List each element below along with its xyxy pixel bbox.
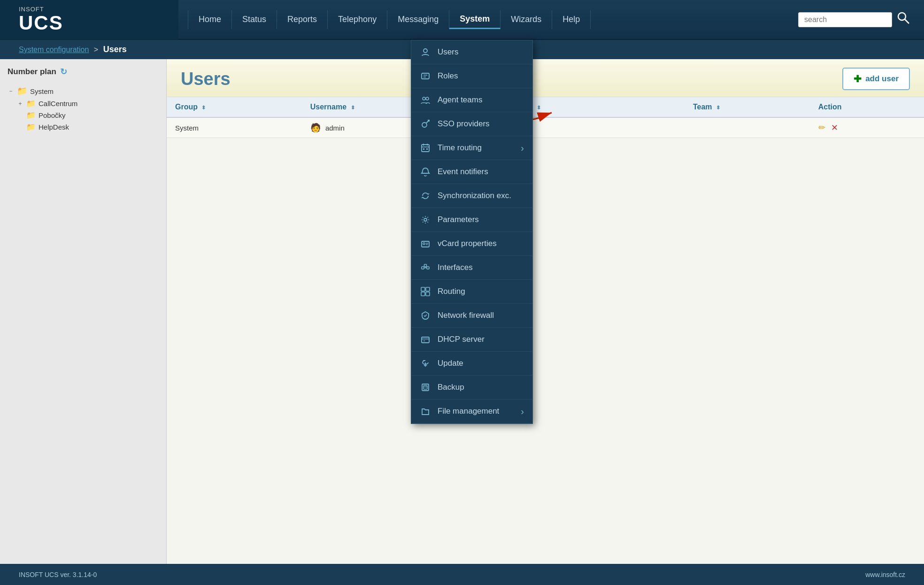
dropdown-users[interactable]: Users bbox=[411, 40, 532, 64]
folder-icon-pobocky: 📁 bbox=[26, 111, 36, 120]
dropdown-agent-teams[interactable]: Agent teams bbox=[411, 88, 532, 112]
number-plan-title: Number plan ↻ bbox=[8, 67, 159, 77]
svg-rect-27 bbox=[421, 292, 425, 296]
event-notifiers-icon bbox=[420, 166, 431, 177]
cell-action: ✏ ✕ bbox=[810, 117, 924, 138]
nav-messaging[interactable]: Messaging bbox=[387, 10, 449, 29]
search-input[interactable] bbox=[798, 12, 892, 27]
cell-group: System bbox=[167, 117, 302, 138]
dropdown-update-label: Update bbox=[438, 359, 524, 368]
tree-item-helpdesk[interactable]: 📁 HelpDesk bbox=[17, 121, 159, 133]
breadcrumb-separator: > bbox=[94, 46, 100, 54]
nav-help[interactable]: Help bbox=[552, 10, 591, 29]
website-text: www.insoft.cz bbox=[865, 571, 905, 578]
dropdown-network-firewall[interactable]: Network firewall bbox=[411, 304, 532, 328]
breadcrumb-current: Users bbox=[103, 45, 127, 54]
sort-team-icon: ⬍ bbox=[716, 105, 720, 110]
dropdown-interfaces[interactable]: Interfaces bbox=[411, 256, 532, 280]
tree-toggle-pobocky bbox=[17, 112, 23, 119]
tree-toggle-system[interactable]: − bbox=[8, 88, 14, 94]
dropdown-parameters-label: Parameters bbox=[438, 215, 524, 224]
svg-point-2 bbox=[424, 49, 427, 53]
update-icon bbox=[420, 358, 431, 369]
tree-item-system[interactable]: − 📁 System bbox=[8, 85, 159, 98]
edit-button[interactable]: ✏ bbox=[818, 123, 825, 132]
vcard-icon bbox=[420, 238, 431, 249]
col-team[interactable]: Team ⬍ bbox=[685, 97, 810, 117]
left-panel: Number plan ↻ − 📁 System + 📁 CallCentrum… bbox=[0, 59, 167, 564]
folder-icon-helpdesk: 📁 bbox=[26, 123, 36, 131]
dropdown-routing[interactable]: Routing bbox=[411, 280, 532, 304]
nav-wizards[interactable]: Wizards bbox=[500, 10, 552, 29]
dropdown-sync[interactable]: Synchronization exc. bbox=[411, 184, 532, 208]
dropdown-parameters[interactable]: Parameters bbox=[411, 208, 532, 232]
tree-item-pobocky[interactable]: 📁 Pobočky bbox=[17, 109, 159, 121]
dropdown-event-notifiers-label: Event notifiers bbox=[438, 167, 524, 177]
svg-rect-34 bbox=[424, 385, 427, 389]
tree-toggle-helpdesk bbox=[17, 124, 23, 131]
nav-telephony[interactable]: Telephony bbox=[328, 10, 387, 29]
search-area bbox=[798, 11, 924, 28]
nav-home[interactable]: Home bbox=[188, 10, 232, 29]
svg-rect-20 bbox=[422, 267, 424, 269]
dropdown-users-label: Users bbox=[438, 47, 524, 57]
users-header: Users ✚ add user bbox=[167, 59, 924, 97]
dropdown-update[interactable]: Update bbox=[411, 352, 532, 376]
users-icon bbox=[420, 46, 431, 58]
backup-icon bbox=[420, 382, 431, 393]
dropdown-time-routing-label: Time routing bbox=[438, 143, 514, 153]
folder-icon-system: 📁 bbox=[17, 86, 27, 96]
svg-rect-9 bbox=[422, 145, 429, 152]
nav-reports[interactable]: Reports bbox=[277, 10, 328, 29]
tree-children-system: + 📁 CallCentrum 📁 Pobočky 📁 HelpDesk bbox=[8, 98, 159, 133]
svg-rect-21 bbox=[427, 267, 429, 269]
svg-point-17 bbox=[423, 243, 425, 245]
search-button[interactable] bbox=[897, 11, 910, 28]
tree-label-system: System bbox=[30, 87, 54, 95]
tree-item-callcentrum[interactable]: + 📁 CallCentrum bbox=[17, 98, 159, 109]
svg-rect-3 bbox=[422, 73, 429, 79]
network-firewall-icon bbox=[420, 310, 431, 321]
dropdown-vcard[interactable]: vCard properties bbox=[411, 232, 532, 256]
agent-teams-icon bbox=[420, 94, 431, 106]
nav-system[interactable]: System bbox=[449, 10, 500, 29]
nav-status[interactable]: Status bbox=[232, 10, 277, 29]
dropdown-network-firewall-label: Network firewall bbox=[438, 311, 524, 320]
add-user-label: add user bbox=[865, 74, 899, 84]
svg-point-7 bbox=[426, 97, 429, 100]
tree-label-helpdesk: HelpDesk bbox=[38, 123, 69, 131]
username-value: admin bbox=[325, 124, 345, 132]
svg-rect-26 bbox=[426, 287, 430, 291]
svg-rect-28 bbox=[426, 292, 430, 296]
refresh-icon[interactable]: ↻ bbox=[60, 67, 67, 77]
dropdown-sso[interactable]: SSO providers bbox=[411, 112, 532, 136]
svg-rect-16 bbox=[422, 241, 429, 247]
dropdown-backup[interactable]: Backup bbox=[411, 376, 532, 400]
breadcrumb-parent[interactable]: System configuration bbox=[19, 46, 89, 54]
svg-point-6 bbox=[423, 97, 425, 100]
dropdown-dhcp[interactable]: DHCP server bbox=[411, 328, 532, 352]
file-management-icon bbox=[420, 406, 431, 417]
add-user-button[interactable]: ✚ add user bbox=[842, 68, 910, 90]
dropdown-time-routing[interactable]: Time routing bbox=[411, 136, 532, 160]
dropdown-sync-label: Synchronization exc. bbox=[438, 191, 524, 200]
cell-team bbox=[685, 117, 810, 138]
time-routing-chevron bbox=[521, 143, 524, 154]
sort-username-icon: ⬍ bbox=[351, 105, 355, 110]
dropdown-backup-label: Backup bbox=[438, 383, 524, 392]
svg-rect-25 bbox=[421, 287, 425, 291]
svg-point-15 bbox=[424, 218, 427, 221]
parameters-icon bbox=[420, 214, 431, 225]
file-management-chevron bbox=[521, 406, 524, 417]
delete-button[interactable]: ✕ bbox=[831, 123, 838, 132]
system-dropdown: Users Roles Agent teams SSO providers Ti bbox=[411, 40, 533, 424]
dropdown-roles[interactable]: Roles bbox=[411, 64, 532, 88]
sync-icon bbox=[420, 190, 431, 201]
svg-rect-14 bbox=[426, 148, 428, 150]
dropdown-event-notifiers[interactable]: Event notifiers bbox=[411, 160, 532, 184]
col-group[interactable]: Group ⬍ bbox=[167, 97, 302, 117]
svg-point-0 bbox=[898, 13, 906, 20]
dropdown-file-management[interactable]: File management bbox=[411, 400, 532, 423]
tree-toggle-callcentrum[interactable]: + bbox=[17, 100, 23, 107]
dropdown-routing-label: Routing bbox=[438, 287, 524, 296]
